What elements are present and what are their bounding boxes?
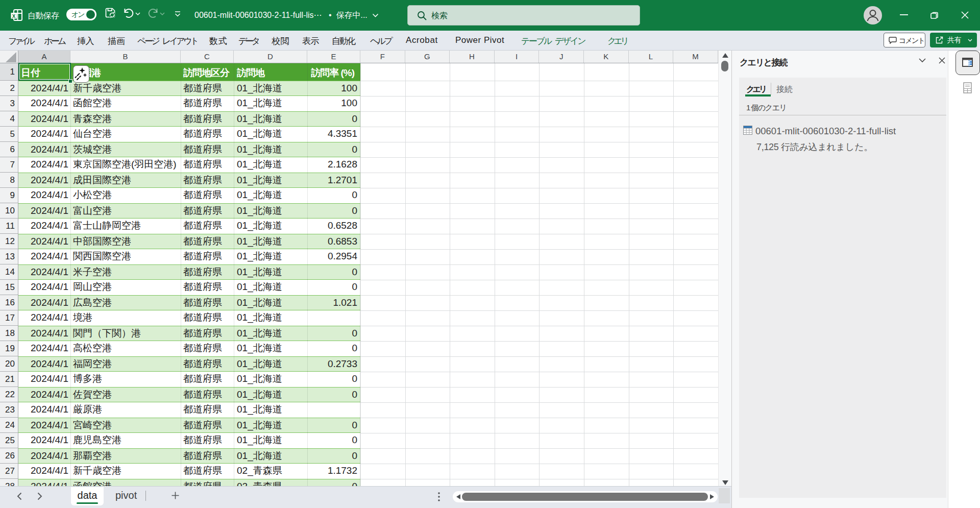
svg-text:x: x (12, 12, 16, 19)
